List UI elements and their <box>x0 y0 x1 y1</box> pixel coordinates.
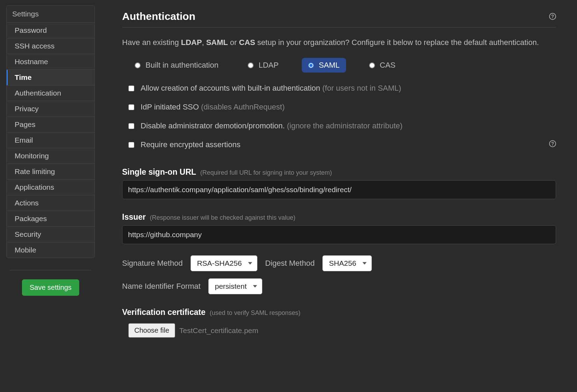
allow-builtin-text: Allow creation of accounts with built-in… <box>141 84 320 92</box>
signature-method-value: RSA-SHA256 <box>197 259 242 267</box>
sidebar-item-applications[interactable]: Applications <box>7 180 95 195</box>
chosen-file-name: TestCert_certificate.pem <box>179 326 258 335</box>
intro-saml: SAML <box>206 38 228 47</box>
auth-method-radio-group: Built in authentication LDAP SAML CAS <box>122 58 556 73</box>
require-encrypted-assertions-label: Require encrypted assertions <box>141 140 240 149</box>
auth-method-saml-label: SAML <box>319 61 340 70</box>
auth-method-ldap-label: LDAP <box>258 61 278 70</box>
save-settings-button[interactable]: Save settings <box>22 279 79 296</box>
sidebar-panel: Settings Password SSH access Hostname Ti… <box>6 5 95 258</box>
idp-sso-hint: (disables AuthnRequest) <box>201 103 285 111</box>
sidebar-divider <box>10 270 91 270</box>
sidebar-item-time[interactable]: Time <box>7 70 95 85</box>
allow-builtin-accounts-checkbox[interactable] <box>128 85 134 91</box>
issuer-field: Issuer (Response issuer will be checked … <box>122 212 556 244</box>
nameid-row: Name Identifier Format persistent <box>122 278 556 294</box>
intro-sep1: , <box>202 38 206 47</box>
radio-icon <box>369 62 375 68</box>
page-title: Authentication <box>122 10 195 22</box>
choose-file-button[interactable]: Choose file <box>128 323 175 338</box>
nameid-format-label: Name Identifier Format <box>122 282 201 291</box>
sso-url-input[interactable] <box>122 180 556 199</box>
sidebar-title: Settings <box>7 6 95 23</box>
radio-icon <box>308 62 314 68</box>
issuer-input[interactable] <box>122 225 556 244</box>
page-header: Authentication ? <box>122 10 556 28</box>
chevron-down-icon <box>253 285 257 288</box>
signature-method-label: Signature Method <box>122 259 183 268</box>
sidebar-item-authentication[interactable]: Authentication <box>7 85 95 101</box>
sidebar-item-privacy[interactable]: Privacy <box>7 101 95 117</box>
verification-certificate-label: Verification certificate <box>122 308 205 317</box>
sidebar: Settings Password SSH access Hostname Ti… <box>0 0 101 392</box>
digest-method-value: SHA256 <box>329 259 356 267</box>
sidebar-item-monitoring[interactable]: Monitoring <box>7 148 95 164</box>
verification-certificate-field: Verification certificate (used to verify… <box>122 308 556 338</box>
intro-text: Have an existing LDAP, SAML or CAS setup… <box>122 37 556 48</box>
intro-ldap: LDAP <box>181 38 202 47</box>
sso-url-field: Single sign-on URL (Required full URL fo… <box>122 167 556 199</box>
nameid-format-select[interactable]: persistent <box>208 278 262 294</box>
digest-method-label: Digest Method <box>265 259 315 268</box>
auth-method-builtin-label: Built in authentication <box>145 61 218 70</box>
sidebar-item-security[interactable]: Security <box>7 227 95 242</box>
sso-url-hint: (Required full URL for signing into your… <box>200 169 332 176</box>
radio-icon <box>248 62 254 68</box>
help-icon[interactable]: ? <box>549 13 556 20</box>
digest-method-select[interactable]: SHA256 <box>322 255 372 271</box>
chevron-down-icon <box>248 262 252 265</box>
idp-initiated-sso-checkbox[interactable] <box>128 104 134 110</box>
require-encrypted-assertions-checkbox[interactable] <box>128 142 134 148</box>
issuer-label: Issuer <box>122 212 146 221</box>
radio-icon <box>135 62 141 68</box>
intro-prefix: Have an existing <box>122 38 181 47</box>
disable-admin-text: Disable administrator demotion/promotion… <box>141 121 285 130</box>
sso-url-label: Single sign-on URL <box>122 167 196 176</box>
sidebar-item-hostname[interactable]: Hostname <box>7 54 95 70</box>
disable-admin-demotion-checkbox[interactable] <box>128 123 134 129</box>
auth-method-cas-label: CAS <box>380 61 396 70</box>
sidebar-item-packages[interactable]: Packages <box>7 211 95 227</box>
auth-method-ldap[interactable]: LDAP <box>241 58 285 73</box>
sidebar-item-actions[interactable]: Actions <box>7 195 95 211</box>
require-encrypted-assertions-row: Require encrypted assertions ? <box>122 135 556 154</box>
allow-builtin-accounts-label: Allow creation of accounts with built-in… <box>141 84 401 93</box>
sidebar-item-mobile[interactable]: Mobile <box>7 242 95 258</box>
idp-initiated-sso-label: IdP initiated SSO (disables AuthnRequest… <box>141 103 285 112</box>
sidebar-item-password[interactable]: Password <box>7 23 95 38</box>
auth-method-saml[interactable]: SAML <box>302 58 346 73</box>
allow-builtin-accounts-row: Allow creation of accounts with built-in… <box>122 79 556 98</box>
signature-method-select[interactable]: RSA-SHA256 <box>190 255 257 271</box>
allow-builtin-hint: (for users not in SAML) <box>322 84 401 92</box>
auth-method-builtin[interactable]: Built in authentication <box>128 58 225 73</box>
intro-sep2: or <box>228 38 239 47</box>
sidebar-item-email[interactable]: Email <box>7 133 95 148</box>
main-content: Authentication ? Have an existing LDAP, … <box>101 0 577 392</box>
auth-method-cas[interactable]: CAS <box>363 58 402 73</box>
idp-initiated-sso-row: IdP initiated SSO (disables AuthnRequest… <box>122 98 556 116</box>
issuer-hint: (Response issuer will be checked against… <box>150 214 295 221</box>
sidebar-item-pages[interactable]: Pages <box>7 117 95 133</box>
sidebar-item-rate-limiting[interactable]: Rate limiting <box>7 164 95 180</box>
verification-certificate-hint: (used to verify SAML responses) <box>210 309 300 316</box>
idp-sso-text: IdP initiated SSO <box>141 103 199 111</box>
disable-admin-hint: (ignore the administrator attribute) <box>287 121 402 130</box>
intro-cas: CAS <box>239 38 255 47</box>
disable-admin-demotion-label: Disable administrator demotion/promotion… <box>141 121 403 130</box>
nameid-format-value: persistent <box>215 282 247 291</box>
disable-admin-demotion-row: Disable administrator demotion/promotion… <box>122 116 556 135</box>
help-icon[interactable]: ? <box>549 140 556 147</box>
chevron-down-icon <box>362 262 367 265</box>
method-selects-row: Signature Method RSA-SHA256 Digest Metho… <box>122 255 556 271</box>
sidebar-item-ssh-access[interactable]: SSH access <box>7 38 95 54</box>
intro-suffix: setup in your organization? Configure it… <box>255 38 539 47</box>
